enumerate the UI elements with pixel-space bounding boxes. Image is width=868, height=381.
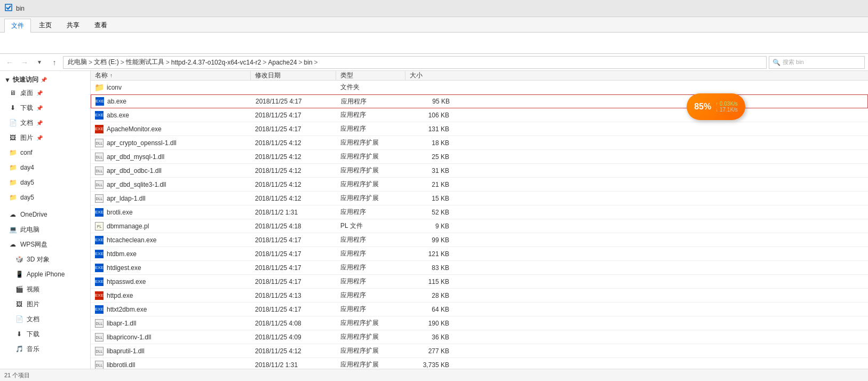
- file-modified-cell: 2018/11/25 4:18: [251, 223, 336, 230]
- file-name-cell: EXE httpd.exe: [91, 291, 251, 300]
- sidebar-item-wps[interactable]: ☁ WPS网盘: [0, 237, 90, 252]
- table-row[interactable]: PL dbmmanage.pl 2018/11/25 4:18 PL 文件 9 …: [91, 219, 868, 233]
- sort-icon: ↑: [110, 73, 113, 78]
- file-modified-cell: 2018/11/25 4:17: [251, 250, 336, 258]
- address-bar: ← → ▼ ↑ 此电脑 > 文档 (E:) > 性能测试工具 > httpd-2…: [0, 54, 868, 71]
- path-drive[interactable]: 文档 (E:): [93, 58, 120, 67]
- search-box[interactable]: 🔍 搜索 bin: [769, 56, 865, 69]
- sidebar-item-music[interactable]: 🎵 音乐: [0, 342, 90, 356]
- col-header-modified[interactable]: 修改日期: [251, 71, 336, 80]
- file-size: 64 KB: [432, 306, 449, 313]
- table-row[interactable]: EXE ApacheMonitor.exe 2018/11/25 4:17 应用…: [91, 122, 868, 136]
- col-header-size[interactable]: 大小: [405, 71, 453, 80]
- tab-share[interactable]: 共享: [60, 18, 86, 32]
- sidebar-item-download[interactable]: ⬇ 下载 📌: [0, 100, 90, 115]
- sidebar-item-iphone[interactable]: 📱 Apple iPhone: [0, 267, 90, 282]
- file-name: htpasswd.exe: [107, 278, 146, 285]
- network-speeds: ↑ 0.03K/s ↓ 17.1K/s: [715, 101, 738, 113]
- file-icon: DLL: [95, 319, 103, 328]
- back-button[interactable]: ←: [3, 56, 16, 69]
- file-type: 应用程序: [340, 277, 366, 286]
- sidebar-item-picture2[interactable]: 🖼 图片: [0, 297, 90, 312]
- tab-view[interactable]: 查看: [87, 18, 114, 32]
- table-row[interactable]: EXE htdbm.exe 2018/11/25 4:17 应用程序 121 K…: [91, 247, 868, 261]
- file-type: 文件夹: [340, 83, 360, 92]
- sidebar-item-day5-1[interactable]: 📁 day5: [0, 175, 90, 190]
- sidebar-item-document2[interactable]: 📄 文档: [0, 312, 90, 327]
- sidebar-item-day5-2[interactable]: 📁 day5: [0, 190, 90, 205]
- path-httpd[interactable]: httpd-2.4.37-o102q-x64-vc14-r2: [170, 59, 262, 66]
- svg-rect-0: [5, 4, 12, 11]
- file-name-cell: EXE htpasswd.exe: [91, 277, 251, 286]
- sidebar-item-document[interactable]: 📄 文档 📌: [0, 115, 90, 130]
- pin-icon: 📌: [41, 77, 47, 83]
- sidebar-item-thispc[interactable]: 💻 此电脑: [0, 222, 90, 237]
- table-row[interactable]: EXE abs.exe 2018/11/25 4:17 应用程序 106 KB: [91, 108, 868, 122]
- sidebar-item-video[interactable]: 🎬 视频: [0, 282, 90, 297]
- sidebar-item-picture[interactable]: 🖼 图片 📌: [0, 130, 90, 145]
- sidebar-item-onedrive[interactable]: ☁ OneDrive: [0, 207, 90, 222]
- file-modified: 2018/11/25 4:12: [255, 139, 301, 147]
- table-row[interactable]: 📁 iconv 文件夹: [91, 81, 868, 94]
- path-bin[interactable]: bin: [303, 59, 314, 66]
- file-name: libbrotli.dll: [107, 361, 135, 369]
- table-row[interactable]: EXE htdigest.exe 2018/11/25 4:17 应用程序 83…: [91, 261, 868, 275]
- file-name-cell: DLL apr_ldap-1.dll: [91, 194, 251, 203]
- table-row[interactable]: DLL apr_dbd_sqlite3-1.dll 2018/11/25 4:1…: [91, 178, 868, 192]
- table-row[interactable]: EXE httxt2dbm.exe 2018/11/25 4:17 应用程序 6…: [91, 303, 868, 316]
- tab-home[interactable]: 主页: [32, 18, 59, 32]
- table-row[interactable]: EXE ab.exe 2018/11/25 4:17 应用程序 95 KB: [91, 94, 868, 108]
- table-row[interactable]: DLL libapriconv-1.dll 2018/11/25 4:09 应用…: [91, 330, 868, 344]
- file-modified: 2018/11/25 4:12: [255, 181, 301, 188]
- file-modified: 2018/11/25 4:17: [255, 264, 301, 272]
- forward-button[interactable]: →: [18, 56, 31, 69]
- path-apache[interactable]: Apache24: [267, 59, 298, 66]
- file-type: 应用程序: [340, 208, 366, 217]
- file-type: 应用程序扩展: [340, 138, 379, 147]
- table-row[interactable]: DLL libaprutil-1.dll 2018/11/25 4:12 应用程…: [91, 344, 868, 358]
- table-row[interactable]: DLL apr_ldap-1.dll 2018/11/25 4:12 应用程序扩…: [91, 192, 868, 205]
- file-type: 应用程序扩展: [340, 194, 379, 203]
- file-icon: EXE: [95, 125, 103, 133]
- file-modified-cell: 2018/11/25 4:17: [251, 264, 336, 272]
- table-row[interactable]: EXE httpd.exe 2018/11/25 4:13 应用程序 28 KB: [91, 289, 868, 303]
- path-pc[interactable]: 此电脑: [67, 58, 88, 67]
- file-type-cell: 应用程序: [337, 97, 406, 106]
- file-name: ApacheMonitor.exe: [107, 125, 162, 133]
- file-size-cell: 21 KB: [405, 181, 453, 188]
- sidebar-item-desktop[interactable]: 🖥 桌面 📌: [0, 85, 90, 100]
- sidebar-item-download2[interactable]: ⬇ 下载: [0, 327, 90, 342]
- file-icon: EXE: [95, 111, 103, 120]
- address-path[interactable]: 此电脑 > 文档 (E:) > 性能测试工具 > httpd-2.4.37-o1…: [63, 56, 767, 69]
- file-type: 应用程序扩展: [340, 166, 379, 175]
- file-type: 应用程序扩展: [340, 332, 379, 342]
- sidebar-item-day4[interactable]: 📁 day4: [0, 160, 90, 175]
- file-name-cell: 📁 iconv: [91, 83, 251, 92]
- path-tools[interactable]: 性能测试工具: [125, 58, 165, 67]
- table-row[interactable]: DLL libbrotli.dll 2018/11/2 1:31 应用程序扩展 …: [91, 358, 868, 369]
- file-type-cell: 应用程序扩展: [336, 194, 405, 203]
- table-row[interactable]: EXE htpasswd.exe 2018/11/25 4:17 应用程序 11…: [91, 275, 868, 289]
- sidebar-item-3d[interactable]: 🎲 3D 对象: [0, 252, 90, 267]
- file-size-cell: 99 KB: [405, 236, 453, 244]
- table-row[interactable]: EXE htcacheclean.exe 2018/11/25 4:17 应用程…: [91, 233, 868, 247]
- table-row[interactable]: DLL libapr-1.dll 2018/11/25 4:08 应用程序扩展 …: [91, 316, 868, 330]
- table-row[interactable]: EXE brotli.exe 2018/11/2 1:31 应用程序 52 KB: [91, 205, 868, 219]
- sidebar-label-iphone: Apple iPhone: [27, 271, 65, 278]
- file-type-cell: 应用程序: [336, 249, 405, 258]
- col-header-name[interactable]: 名称 ↑: [91, 71, 251, 80]
- recent-button[interactable]: ▼: [33, 56, 46, 69]
- sidebar-item-conf[interactable]: 📁 conf: [0, 145, 90, 160]
- sidebar-label-document2: 文档: [27, 315, 39, 324]
- table-row[interactable]: DLL apr_dbd_mysql-1.dll 2018/11/25 4:12 …: [91, 150, 868, 164]
- file-modified: 2018/11/25 4:09: [255, 334, 301, 341]
- up-button[interactable]: ↑: [48, 56, 61, 69]
- file-name-cell: DLL apr_dbd_mysql-1.dll: [91, 153, 251, 161]
- tab-file[interactable]: 文件: [4, 19, 31, 33]
- table-row[interactable]: DLL apr_crypto_openssl-1.dll 2018/11/25 …: [91, 136, 868, 150]
- file-size-cell: 277 KB: [405, 347, 453, 355]
- table-row[interactable]: DLL apr_dbd_odbc-1.dll 2018/11/25 4:12 应…: [91, 164, 868, 178]
- col-header-type[interactable]: 类型: [336, 71, 405, 80]
- 3d-icon: 🎲: [15, 255, 23, 264]
- file-name: httxt2dbm.exe: [107, 306, 147, 313]
